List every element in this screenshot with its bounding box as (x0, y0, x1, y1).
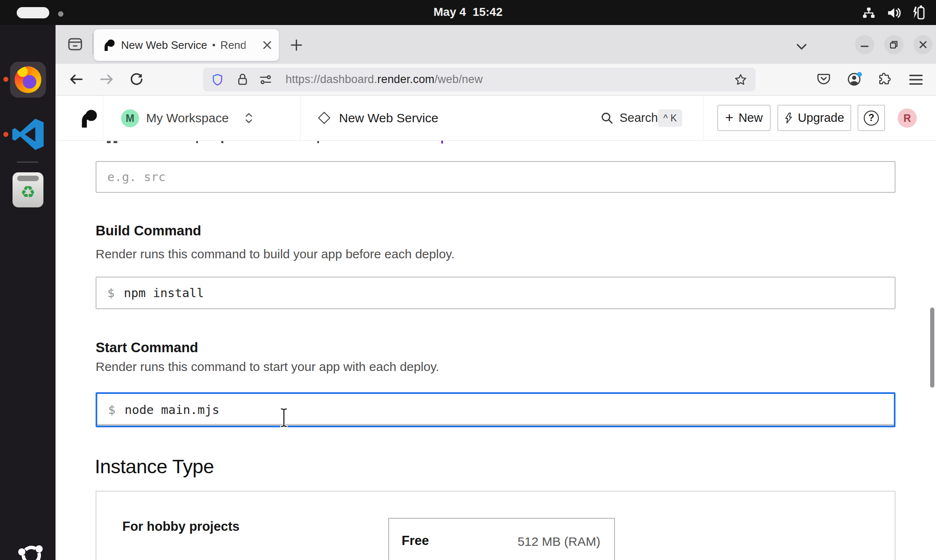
screen: May 4 15:42 ♻ (0, 0, 936, 560)
shell-prompt: $ (107, 286, 114, 300)
search-icon[interactable] (600, 111, 614, 125)
clock-time: 15:42 (473, 5, 503, 19)
window-close-button[interactable] (913, 35, 933, 54)
page-scrollbar-thumb[interactable] (930, 308, 934, 388)
ubuntu-show-apps-icon[interactable] (16, 540, 47, 560)
dock-item-trash[interactable]: ♻ (13, 172, 43, 207)
build-command-value: npm install (124, 286, 204, 300)
url-subdomain: https://dashboard. (286, 73, 377, 86)
help-button[interactable]: ? (858, 105, 885, 131)
clipped-text-fragment (221, 141, 223, 143)
dock-item-vscode[interactable] (11, 118, 45, 151)
forward-icon[interactable] (99, 71, 114, 87)
reload-icon[interactable] (129, 72, 144, 87)
url-path: /web/new (435, 73, 483, 86)
clock[interactable]: May 4 15:42 (433, 5, 502, 19)
clipped-text-fragment (107, 141, 111, 143)
instance-type-title: Instance Type (95, 455, 214, 478)
hamburger-menu-icon[interactable] (908, 74, 923, 85)
header-divider (703, 96, 703, 140)
tab-title-separator: • (212, 40, 215, 50)
header-divider (103, 96, 103, 140)
upgrade-button[interactable]: Upgrade (777, 105, 851, 131)
workspace-switcher[interactable]: My Workspace (146, 96, 229, 140)
list-all-tabs-chevron-icon[interactable] (794, 39, 809, 54)
window-restore-button[interactable] (884, 35, 903, 54)
new-tab-icon[interactable] (289, 38, 304, 53)
firefox-view-icon[interactable] (66, 35, 84, 53)
permissions-icon[interactable] (259, 74, 272, 86)
account-notification-dot (857, 72, 862, 77)
start-command-input[interactable]: $ node main.mjs (96, 392, 896, 427)
window-minimize-button[interactable] (855, 35, 874, 54)
workspace-indicator-pill[interactable] (17, 7, 49, 18)
lightning-bolt-icon (784, 112, 793, 124)
clipped-text-fragment (317, 141, 319, 143)
firefox-running-dot (3, 77, 8, 82)
clock-date: May 4 (433, 5, 466, 19)
dock-item-firefox[interactable] (10, 62, 46, 98)
free-instance-name: Free (402, 533, 429, 548)
close-icon (918, 40, 928, 49)
battery-charging-icon[interactable] (911, 5, 925, 20)
pocket-icon[interactable] (817, 73, 831, 86)
url-domain: render.com (377, 73, 435, 86)
clipped-text-fragment (441, 141, 443, 144)
recycle-icon: ♻ (13, 182, 43, 202)
restore-icon (889, 40, 899, 50)
question-mark-icon: ? (864, 111, 879, 126)
free-instance-ram: 512 MB (RAM) (497, 535, 600, 549)
start-command-value: node main.mjs (124, 403, 219, 417)
trash-lid (17, 176, 39, 181)
back-icon[interactable] (68, 71, 84, 87)
header-divider (300, 96, 301, 140)
root-directory-input[interactable] (96, 161, 896, 193)
tab-title-fade (242, 32, 263, 58)
tab-title: New Web Service • Rend (121, 29, 246, 61)
instance-group-label: For hobby projects (122, 519, 240, 534)
url-text[interactable]: https://dashboard.render.com/web/new (286, 68, 483, 91)
dock: ♻ (0, 25, 56, 560)
extensions-puzzle-icon[interactable] (878, 72, 892, 86)
build-command-title: Build Command (96, 223, 201, 239)
user-avatar[interactable]: R (898, 108, 917, 128)
clipped-text-fragment (114, 141, 117, 143)
start-command-description: Render runs this command to start your a… (96, 360, 439, 374)
text-cursor-pointer (278, 407, 290, 428)
render-logo[interactable] (80, 109, 97, 128)
page-title: New Web Service (339, 96, 438, 140)
plus-icon: + (725, 109, 734, 126)
render-favicon (103, 39, 115, 51)
network-icon[interactable] (862, 6, 876, 20)
bookmark-star-icon[interactable] (734, 73, 747, 86)
start-command-title: Start Command (96, 340, 198, 356)
firefox-icon (15, 66, 41, 93)
dock-divider (17, 161, 38, 163)
system-top-bar: May 4 15:42 (0, 0, 936, 25)
vscode-running-dot (3, 132, 8, 137)
account-icon[interactable] (847, 72, 863, 87)
build-command-description: Render runs this command to build your a… (96, 247, 455, 261)
clipped-text-fragment (196, 141, 198, 143)
search-shortcut-badge: ^ K (658, 109, 682, 127)
search-button[interactable]: Search (620, 96, 658, 140)
tab-close-icon[interactable] (262, 40, 272, 50)
volume-icon[interactable] (886, 6, 902, 20)
new-button[interactable]: + New (717, 105, 771, 131)
workspace-indicator-dot[interactable] (58, 11, 63, 17)
minimize-icon (860, 40, 869, 49)
build-command-input[interactable]: $ npm install (96, 277, 896, 309)
lock-icon[interactable] (236, 73, 249, 86)
tabbar-separator (92, 33, 93, 54)
tracking-shield-icon[interactable] (211, 73, 224, 86)
workspace-avatar[interactable]: M (121, 109, 139, 127)
shell-prompt: $ (108, 403, 115, 417)
workspace-select-chevrons-icon[interactable] (244, 112, 254, 124)
